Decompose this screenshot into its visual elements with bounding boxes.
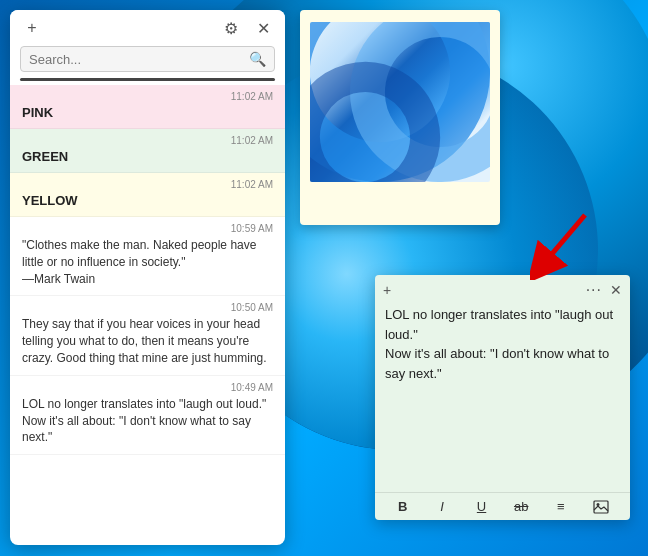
search-icon: 🔍 xyxy=(249,51,266,67)
panel-header: + ⚙ ✕ xyxy=(10,10,285,46)
note-time: 11:02 AM xyxy=(22,91,273,102)
close-panel-button[interactable]: ✕ xyxy=(253,18,273,38)
search-input[interactable] xyxy=(29,52,249,67)
italic-button[interactable]: I xyxy=(431,497,453,516)
note-preview: LOL no longer translates into "laugh out… xyxy=(22,396,273,446)
list-item[interactable]: 11:02 AM PINK xyxy=(10,85,285,129)
image-icon xyxy=(593,500,609,514)
image-note[interactable] xyxy=(300,10,500,225)
settings-button[interactable]: ⚙ xyxy=(221,18,241,38)
note-text-line2: Now it's all about: "I don't know what t… xyxy=(385,346,609,381)
progress-bar xyxy=(20,78,275,81)
note-time: 11:02 AM xyxy=(22,135,273,146)
open-note-header-icons: ··· ✕ xyxy=(586,281,622,299)
image-button[interactable] xyxy=(589,498,613,516)
add-note-button[interactable]: + xyxy=(22,18,42,38)
note-preview: They say that if you hear voices in your… xyxy=(22,316,273,366)
bold-button[interactable]: B xyxy=(392,497,414,516)
underline-button[interactable]: U xyxy=(471,497,493,516)
note-preview: "Clothes make the man. Naked people have… xyxy=(22,237,273,287)
note-time: 10:50 AM xyxy=(22,302,273,313)
search-bar: 🔍 xyxy=(20,46,275,72)
note-time: 10:59 AM xyxy=(22,223,273,234)
close-note-button[interactable]: ✕ xyxy=(610,282,622,298)
open-note-content[interactable]: LOL no longer translates into "laugh out… xyxy=(375,303,630,492)
note-image xyxy=(310,22,490,182)
note-time: 11:02 AM xyxy=(22,179,273,190)
list-item[interactable]: 10:59 AM "Clothes make the man. Naked pe… xyxy=(10,217,285,296)
red-arrow xyxy=(530,210,590,280)
open-note: + ··· ✕ LOL no longer translates into "l… xyxy=(375,275,630,520)
list-item[interactable]: 10:49 AM LOL no longer translates into "… xyxy=(10,376,285,455)
notes-list: 11:02 AM PINK 11:02 AM GREEN 11:02 AM YE… xyxy=(10,85,285,545)
more-options-button[interactable]: ··· xyxy=(586,281,602,299)
add-note-icon[interactable]: + xyxy=(383,282,391,298)
note-title: YELLOW xyxy=(22,193,273,208)
note-title: GREEN xyxy=(22,149,273,164)
note-text-line1: LOL no longer translates into "laugh out… xyxy=(385,307,613,342)
open-note-toolbar: B I U ab ≡ xyxy=(375,492,630,520)
svg-rect-3 xyxy=(594,501,608,513)
note-time: 10:49 AM xyxy=(22,382,273,393)
list-button[interactable]: ≡ xyxy=(550,497,572,516)
note-title: PINK xyxy=(22,105,273,120)
notes-panel: + ⚙ ✕ 🔍 11:02 AM PINK 11:02 AM GREEN 11:… xyxy=(10,10,285,545)
list-item[interactable]: 11:02 AM GREEN xyxy=(10,129,285,173)
svg-line-1 xyxy=(540,215,585,268)
list-item[interactable]: 10:50 AM They say that if you hear voice… xyxy=(10,296,285,375)
open-note-header: + ··· ✕ xyxy=(375,275,630,303)
strikethrough-button[interactable]: ab xyxy=(510,497,532,516)
panel-header-icons: ⚙ ✕ xyxy=(221,18,273,38)
list-item[interactable]: 11:02 AM YELLOW xyxy=(10,173,285,217)
